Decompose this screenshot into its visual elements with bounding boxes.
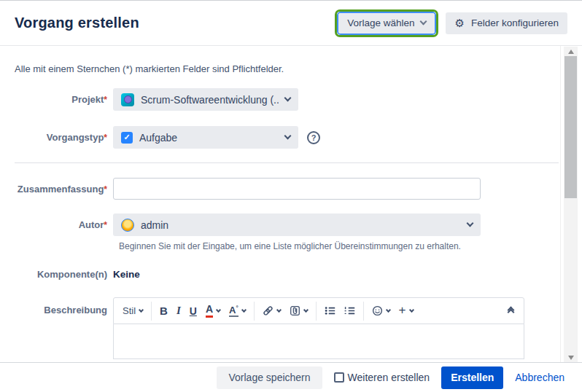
create-another-label: Weiteren erstellen [348,372,430,383]
chevron-down-icon [408,307,414,313]
required-mark: * [104,133,107,143]
project-select[interactable]: Scrum-Softwareentwicklung (... [113,88,298,111]
create-issue-dialog: Vorgang erstellen Vorlage wählen ⚙ Felde… [0,0,582,392]
text-color-icon: A [206,304,213,317]
create-another-option[interactable]: Weiteren erstellen [334,372,430,383]
dialog-header: Vorgang erstellen Vorlage wählen ⚙ Felde… [0,1,582,46]
numbered-list-icon [344,305,355,316]
description-textarea[interactable] [113,324,524,359]
bullet-list-button[interactable] [320,301,340,321]
dialog-footer: Vorlage speichern Weiteren erstellen Ers… [0,362,582,392]
cancel-link[interactable]: Abbrechen [515,372,564,383]
chevron-down-icon [241,307,247,313]
italic-icon: I [176,305,181,317]
user-avatar [121,219,134,232]
chevron-down-icon [303,307,309,313]
toolbar-separator [254,302,255,321]
configure-fields-button[interactable]: ⚙ Felder konfigurieren [446,12,567,34]
choose-template-button[interactable]: Vorlage wählen [338,13,435,34]
required-fields-note: Alle mit einem Sternchen (*) markierten … [15,63,560,74]
text-color-button[interactable]: A [201,301,225,321]
vertical-scrollbar[interactable] [564,47,578,363]
project-value: Scrum-Softwareentwicklung (... [141,94,279,106]
style-dropdown[interactable]: Stil [118,301,147,321]
project-label: Projekt* [15,94,113,105]
chevron-down-icon [386,307,391,313]
attach-button[interactable] [285,301,312,321]
underline-button[interactable]: U [185,301,201,321]
reporter-row: Autor* admin [15,213,560,236]
configure-fields-label: Felder konfigurieren [471,17,559,28]
required-mark: * [104,184,107,195]
required-mark: * [104,220,107,230]
required-mark: * [104,95,107,105]
link-button[interactable] [258,301,285,321]
toolbar-separator [151,302,152,321]
toolbar-separator [363,302,364,321]
chevron-down-icon [420,18,427,26]
numbered-list-button[interactable] [340,301,360,321]
create-another-checkbox[interactable] [334,372,344,383]
components-row: Komponente(n) Keine [15,269,560,280]
scroll-down-arrow[interactable] [564,353,578,363]
description-row: Beschreibung Stil B I U A [15,297,560,359]
link-icon [263,305,273,316]
collapse-toolbar-button[interactable] [508,307,519,315]
emoji-button[interactable] [368,301,395,321]
form-viewport: Alle mit einem Sternchen (*) markierten … [0,46,561,363]
scrollbar-thumb[interactable] [564,56,577,198]
task-type-icon: ✓ [121,132,133,144]
underline-icon: U [190,305,197,317]
section-divider [15,162,559,163]
summary-row: Zusammenfassung* [15,178,560,200]
chevron-down-icon [467,220,474,227]
annotation-highlight: Vorlage wählen [335,9,438,37]
scroll-up-arrow[interactable] [564,47,578,57]
gear-icon: ⚙ [454,17,464,28]
insert-more-button[interactable]: + [395,301,418,321]
choose-template-label: Vorlage wählen [347,17,414,28]
more-formatting-button[interactable]: A° [225,301,250,321]
toolbar-separator [316,302,317,321]
save-template-button[interactable]: Vorlage speichern [217,366,322,389]
chevron-down-icon [276,307,282,313]
more-formatting-icon: A° [229,305,238,318]
summary-label: Zusammenfassung* [15,184,113,195]
reporter-label: Autor* [15,219,113,230]
summary-input[interactable] [113,178,481,200]
create-button[interactable]: Erstellen [441,366,503,389]
description-label: Beschreibung [15,297,113,315]
header-actions: Vorlage wählen ⚙ Felder konfigurieren [335,9,567,37]
chevron-down-icon [216,307,221,313]
emoji-icon [372,305,383,316]
plus-icon: + [399,303,406,318]
bullet-list-icon [325,305,335,316]
project-row: Projekt* Scrum-Softwareentwicklung (... [15,88,560,111]
paperclip-icon [290,305,300,316]
chevron-down-icon [284,95,292,102]
issuetype-value: Aufgabe [139,132,177,144]
bold-icon: B [160,305,168,317]
project-avatar-icon [121,93,134,106]
bold-button[interactable]: B [155,301,172,321]
chevron-down-icon [284,133,292,140]
reporter-select[interactable]: admin [113,213,481,236]
reporter-hint: Beginnen Sie mit der Eingabe, um eine Li… [119,241,560,251]
issuetype-row: Vorgangstyp* ✓ Aufgabe ? [15,126,560,149]
focus-ring: Vorlage wählen [337,12,436,35]
chevron-down-icon [139,307,144,313]
style-label: Stil [123,305,136,316]
reporter-value: admin [141,219,168,231]
description-editor: Stil B I U A A° [113,297,524,359]
components-label: Komponente(n) [15,269,113,280]
italic-button[interactable]: I [172,301,185,321]
help-icon[interactable]: ? [307,131,320,144]
page-title: Vorgang erstellen [15,15,139,31]
issuetype-select[interactable]: ✓ Aufgabe [113,126,298,149]
components-value: Keine [113,269,140,280]
issuetype-label: Vorgangstyp* [15,132,113,143]
editor-toolbar: Stil B I U A A° [113,297,524,324]
